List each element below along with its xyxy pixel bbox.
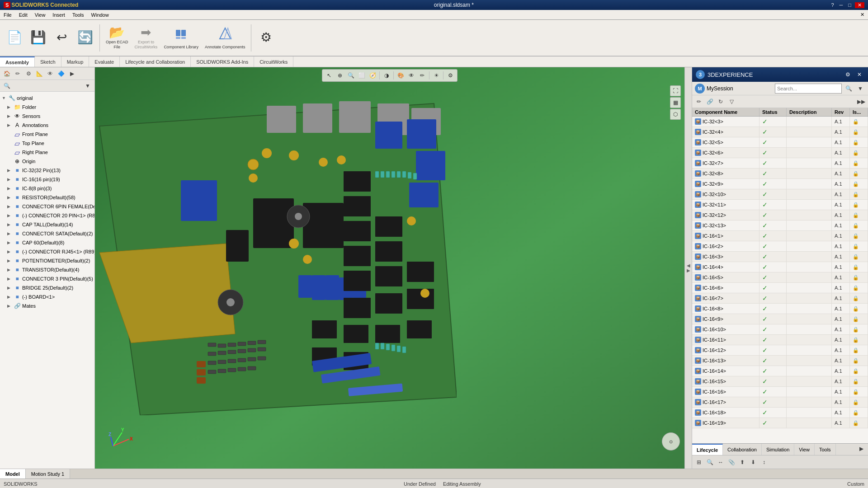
bottom-tab-model[interactable]: Model (0, 469, 26, 479)
rp-tab-simulation[interactable]: Simulation (762, 444, 794, 455)
display-style-btn[interactable]: 🎨 (396, 70, 406, 80)
tab-addins[interactable]: SOLIDWORKS Add-Ins (191, 56, 254, 67)
configmanager-icon[interactable]: ⚙ (24, 69, 33, 79)
options-button[interactable]: ⚙ (255, 23, 277, 52)
component-row-0[interactable]: 📦 IC-32<3> ✓ A.1 🔒 (692, 117, 868, 127)
rp-lifecycle-btn6[interactable]: ⬇ (748, 457, 758, 467)
tree-item-conn3[interactable]: ▶ ■ CONNECTOR 3 PIN(Default)(5) (0, 274, 94, 283)
component-row-14[interactable]: 📦 IC-16<4> ✓ A.1 🔒 (692, 262, 868, 272)
edit-appear-btn[interactable]: ✏ (417, 70, 427, 80)
tree-item-board[interactable]: ▶ ■ (-) BOARD<1> (0, 292, 94, 301)
zoom-in-btn[interactable]: 🔍 (346, 70, 356, 80)
restore-button[interactable]: □ (846, 2, 853, 8)
component-row-9[interactable]: 📦 IC-32<12> ✓ A.1 🔒 (692, 210, 868, 221)
rp-lifecycle-btn4[interactable]: 📎 (726, 457, 736, 467)
maximize-view-btn[interactable]: ⛶ (670, 85, 681, 96)
search-btn[interactable]: 🔍 (844, 84, 854, 94)
tree-item-front-plane[interactable]: ▱ Front Plane (0, 130, 94, 139)
rebuild-button[interactable]: 🔄 (74, 23, 96, 52)
component-row-28[interactable]: 📦 IC-16<18> ✓ A.1 🔒 (692, 408, 868, 418)
tree-item-folder[interactable]: ▶ 📁 Folder (0, 103, 94, 112)
tab-markup[interactable]: Markup (61, 56, 90, 67)
search-dropdown-btn[interactable]: ▼ (855, 84, 865, 94)
featuretree-icon[interactable]: 🏠 (2, 69, 12, 79)
menu-edit[interactable]: Edit (15, 11, 31, 19)
tree-item-conn6[interactable]: ▶ ■ CONNECTOR 6PIN FEMALE(Default)(4) (0, 202, 94, 211)
component-row-22[interactable]: 📦 IC-16<12> ✓ A.1 🔒 (692, 345, 868, 356)
help-button[interactable]: ? (829, 2, 835, 8)
component-row-25[interactable]: 📦 IC-16<15> ✓ A.1 🔒 (692, 376, 868, 387)
rp-tab-tools[interactable]: Tools (815, 444, 836, 455)
component-row-21[interactable]: 📦 IC-16<11> ✓ A.1 🔒 (692, 335, 868, 345)
zoom-box-btn[interactable]: ⬜ (357, 70, 367, 80)
menu-tools[interactable]: Tools (69, 11, 88, 19)
component-row-29[interactable]: 📦 IC-16<19> ✓ A.1 🔒 (692, 418, 868, 428)
undo-button[interactable]: ↩ (51, 23, 72, 52)
propertymanager-icon[interactable]: ✏ (13, 69, 23, 79)
view-settings-btn[interactable]: ⚙ (445, 70, 455, 80)
rp-settings-btn[interactable]: ⚙ (843, 70, 853, 80)
tab-evaluate[interactable]: Evaluate (89, 56, 120, 67)
new-button[interactable]: 📄 (4, 23, 25, 52)
rp-filter-btn[interactable]: ▽ (726, 97, 736, 107)
tree-item-mates[interactable]: ▶ 🔗 Mates (0, 301, 94, 310)
component-row-18[interactable]: 📦 IC-16<8> ✓ A.1 🔒 (692, 304, 868, 314)
dimxpert-icon[interactable]: 📐 (34, 69, 44, 79)
rp-tab-lifecycle[interactable]: Lifecycle (692, 444, 723, 455)
rp-collapse-btn[interactable]: ▶▶ (856, 97, 866, 107)
view-orient-btn[interactable]: 🧭 (368, 70, 377, 80)
tree-item-pot[interactable]: ▶ ■ POTENTIOMETER(Default)(2) (0, 256, 94, 265)
component-row-6[interactable]: 📦 IC-32<9> ✓ A.1 🔒 (692, 179, 868, 189)
section-view-btn[interactable]: ◑ (382, 70, 392, 80)
tree-item-rj45[interactable]: ▶ ■ (-) CONNECTOR RJ45<1> (R89) (0, 247, 94, 256)
component-row-16[interactable]: 📦 IC-16<6> ✓ A.1 🔒 (692, 283, 868, 293)
expand-icon[interactable]: ▼ (83, 81, 93, 91)
scene-lights-btn[interactable]: ☀ (431, 70, 441, 80)
rp-pencil-btn[interactable]: ✏ (694, 97, 704, 107)
tree-item-conn20[interactable]: ▶ ■ (-) CONNECTOR 20 PIN<1> (R81) (0, 211, 94, 220)
filter-icon[interactable]: 🔍 (2, 81, 12, 91)
component-row-24[interactable]: 📦 IC-16<14> ✓ A.1 🔒 (692, 366, 868, 376)
search-input[interactable] (775, 84, 842, 94)
tree-item-captall[interactable]: ▶ ■ CAP TALL(Default)(14) (0, 220, 94, 229)
more-icon[interactable]: ▶ (67, 69, 77, 79)
tab-lifecycle[interactable]: Lifecycle and Collaboration (120, 56, 191, 67)
rp-lifecycle-btn2[interactable]: 🔍 (705, 457, 715, 467)
component-row-4[interactable]: 📦 IC-32<7> ✓ A.1 🔒 (692, 158, 868, 169)
rp-close-btn[interactable]: ✕ (854, 70, 864, 80)
3d-view-btn[interactable]: ⬡ (670, 109, 681, 120)
tab-circuitworks[interactable]: CircuitWorks (254, 56, 293, 67)
component-row-20[interactable]: 📦 IC-16<10> ✓ A.1 🔒 (692, 324, 868, 335)
tree-item-ic32[interactable]: ▶ ■ IC-32(32 Pin)(13) (0, 166, 94, 175)
component-row-12[interactable]: 📦 IC-16<2> ✓ A.1 🔒 (692, 241, 868, 252)
viewport[interactable]: ↖ ⊕ 🔍 ⬜ 🧭 ◑ 🎨 👁 ✏ ☀ ⚙ ⛶ ▦ ⬡ X (95, 67, 684, 469)
rp-refresh-btn[interactable]: ↻ (716, 97, 726, 107)
menu-view[interactable]: View (31, 11, 49, 19)
menu-window[interactable]: Window (88, 11, 113, 19)
component-row-5[interactable]: 📦 IC-32<8> ✓ A.1 🔒 (692, 169, 868, 179)
rp-lifecycle-btn3[interactable]: ↔ (716, 457, 726, 467)
component-row-3[interactable]: 📦 IC-32<6> ✓ A.1 🔒 (692, 148, 868, 158)
rp-expand-icon-btn[interactable]: ▶ (856, 444, 866, 454)
rp-link-btn[interactable]: 🔗 (705, 97, 715, 107)
component-row-23[interactable]: 📦 IC-16<13> ✓ A.1 🔒 (692, 356, 868, 366)
component-row-11[interactable]: 📦 IC-16<1> ✓ A.1 🔒 (692, 231, 868, 241)
rp-tab-view[interactable]: View (794, 444, 815, 455)
minimize-button[interactable]: ─ (838, 2, 845, 8)
threedex-icon-btn[interactable]: 🔷 (56, 69, 66, 79)
select-tool-btn[interactable]: ↖ (324, 70, 334, 80)
export-cw-button[interactable]: ➡ Export toCircuitWorks (132, 23, 160, 52)
tree-item-ic8[interactable]: ▶ ■ IC-8(8 pin)(3) (0, 184, 94, 193)
tree-root[interactable]: ▼ 🔧 original (0, 94, 94, 103)
save-button[interactable]: 💾 (27, 23, 49, 52)
component-row-8[interactable]: 📦 IC-32<11> ✓ A.1 🔒 (692, 200, 868, 210)
tab-assembly[interactable]: Assembly (0, 56, 35, 67)
view-type-btn[interactable]: ▦ (670, 97, 681, 108)
component-row-2[interactable]: 📦 IC-32<5> ✓ A.1 🔒 (692, 137, 868, 148)
tree-item-connsata[interactable]: ▶ ■ CONNECTOR SATA(Default)(2) (0, 229, 94, 238)
component-row-1[interactable]: 📦 IC-32<4> ✓ A.1 🔒 (692, 127, 868, 137)
zoom-to-fit-btn[interactable]: ⊕ (335, 70, 345, 80)
display-icon[interactable]: 👁 (45, 69, 55, 79)
tree-item-origin[interactable]: ⊕ Origin (0, 157, 94, 166)
menu-insert[interactable]: Insert (49, 11, 69, 19)
